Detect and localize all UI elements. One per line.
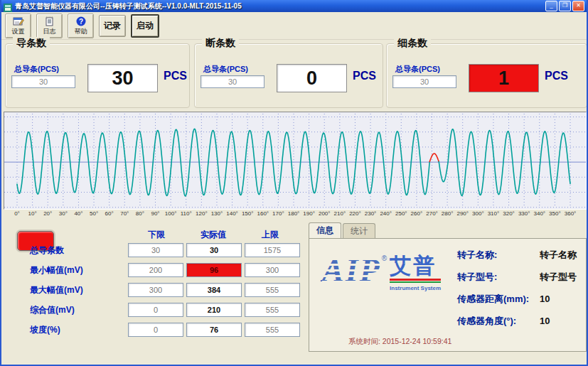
info-panel: 信息 统计 AIP ® 艾普 Instrument System 转子名称: 转… bbox=[309, 224, 587, 353]
aip-logo-chinese: 艾普 bbox=[390, 254, 441, 277]
field-rotor-name: 转子名称: 转子名称 bbox=[457, 249, 577, 262]
upper-limit-field[interactable]: 300 bbox=[245, 263, 300, 277]
table-row: 坡度(%) 0 76 555 bbox=[30, 320, 304, 340]
thin-bars-display: 1 bbox=[469, 64, 539, 92]
lower-limit-field[interactable]: 200 bbox=[128, 263, 183, 277]
table-row: 综合值(mV) 0 210 555 bbox=[30, 300, 304, 320]
upper-limit-field[interactable]: 1575 bbox=[245, 243, 300, 257]
panel-broken-bars: 断条数 总导条(PCS) 30 0 PCS bbox=[194, 43, 383, 108]
record-button[interactable]: 记录 bbox=[99, 15, 126, 37]
x-tick-label: 20° bbox=[43, 210, 52, 217]
titlebar: 青岛艾普智能仪器有限公司--压铸转子测试系统--V1.0.0-MLT-2015-… bbox=[1, 0, 587, 12]
chart-x-axis-labels: 0°10°20°30°40°50°60°70°80°90°100°110°120… bbox=[4, 210, 587, 220]
settings-button[interactable]: 设置 bbox=[5, 14, 31, 38]
app-window: 青岛艾普智能仪器有限公司--压铸转子测试系统--V1.0.0-MLT-2015-… bbox=[0, 0, 588, 366]
tab-statistics[interactable]: 统计 bbox=[343, 223, 375, 238]
rotor-info-fields: 转子名称: 转子名称 转子型号: 转子型号 传感器距离(mm): 10 传感器角… bbox=[457, 249, 577, 337]
limits-table-header: 下限 实际值 上限 bbox=[30, 229, 304, 240]
help-question-icon: ? bbox=[76, 16, 86, 27]
panel-title: 细条数 bbox=[394, 37, 431, 50]
broken-bars-input-label: 总导条(PCS) bbox=[203, 64, 248, 75]
x-tick-label: 140° bbox=[226, 210, 238, 217]
upper-limit-field[interactable]: 555 bbox=[245, 323, 300, 337]
upper-limit-field[interactable]: 555 bbox=[245, 303, 300, 317]
x-tick-label: 90° bbox=[151, 210, 159, 217]
actual-value-field: 30 bbox=[186, 243, 242, 257]
x-tick-label: 180° bbox=[288, 210, 300, 217]
waveform-svg bbox=[4, 112, 586, 209]
system-time: 系统时间: 2015-12-24 10:59:41 bbox=[348, 337, 451, 347]
x-tick-label: 100° bbox=[165, 210, 177, 217]
lower-limit-field[interactable]: 30 bbox=[128, 243, 183, 257]
settings-form-pencil-icon bbox=[13, 16, 24, 27]
logo-red-line bbox=[390, 279, 441, 281]
header-actual-value: 实际值 bbox=[185, 229, 242, 241]
x-tick-label: 350° bbox=[549, 210, 561, 217]
x-tick-label: 260° bbox=[411, 210, 423, 217]
help-button-label: 帮助 bbox=[75, 27, 87, 36]
actual-value-field: 210 bbox=[186, 303, 242, 317]
pcs-unit-label: PCS bbox=[164, 70, 187, 82]
window-title: 青岛艾普智能仪器有限公司--压铸转子测试系统--V1.0.0-MLT-2015-… bbox=[15, 1, 242, 11]
tab-info[interactable]: 信息 bbox=[309, 222, 341, 239]
waveform-chart: 0°10°20°30°40°50°60°70°80°90°100°110°120… bbox=[4, 112, 587, 220]
panel-title: 导条数 bbox=[13, 37, 50, 50]
x-tick-label: 120° bbox=[196, 210, 208, 217]
log-button[interactable]: 日志 bbox=[36, 14, 63, 38]
total-bars-display: 30 bbox=[87, 64, 158, 92]
row-label: 综合值(mV) bbox=[30, 304, 128, 316]
toolbar: 设置 日志 ? 帮助 记录 启动 bbox=[1, 12, 587, 40]
upper-limit-field[interactable]: 555 bbox=[245, 283, 300, 297]
x-tick-label: 110° bbox=[181, 210, 192, 217]
x-tick-label: 250° bbox=[395, 210, 407, 217]
field-sensor-distance: 传感器距离(mm): 10 bbox=[457, 293, 577, 306]
x-tick-label: 290° bbox=[456, 210, 469, 217]
lower-limit-field[interactable]: 0 bbox=[128, 303, 183, 317]
info-tab-content: AIP ® 艾普 Instrument System 转子名称: 转子名称 转子… bbox=[309, 238, 587, 352]
lower-limit-field[interactable]: 0 bbox=[128, 323, 183, 337]
x-tick-label: 210° bbox=[334, 210, 346, 217]
record-button-label: 记录 bbox=[104, 20, 121, 32]
x-tick-label: 360° bbox=[565, 210, 577, 217]
lower-limit-field[interactable]: 300 bbox=[128, 283, 183, 297]
x-tick-label: 60° bbox=[105, 210, 114, 217]
x-tick-label: 170° bbox=[272, 210, 284, 217]
total-bars-input[interactable]: 30 bbox=[11, 75, 75, 88]
help-button[interactable]: ? 帮助 bbox=[68, 14, 94, 38]
registered-mark-icon: ® bbox=[382, 254, 387, 262]
total-bars-input-label: 总导条(PCS) bbox=[14, 64, 59, 75]
x-tick-label: 190° bbox=[303, 210, 315, 217]
limits-table: 下限 实际值 上限 总导条数 30 30 1575 最小幅值(mV) 200 9… bbox=[30, 229, 304, 340]
tabstrip: 信息 统计 bbox=[309, 224, 587, 238]
settings-button-label: 设置 bbox=[12, 27, 25, 36]
minimize-button[interactable]: _ bbox=[545, 1, 557, 11]
x-tick-label: 280° bbox=[442, 210, 454, 217]
table-row: 最大幅值(mV) 300 384 555 bbox=[30, 280, 304, 300]
x-tick-label: 0° bbox=[14, 210, 20, 217]
app-icon bbox=[4, 2, 12, 11]
x-tick-label: 10° bbox=[28, 210, 37, 217]
x-tick-label: 160° bbox=[257, 210, 269, 217]
table-row: 总导条数 30 30 1575 bbox=[30, 240, 304, 260]
aip-logo: AIP ® 艾普 Instrument System bbox=[322, 254, 441, 291]
rotor-name-value: 转子名称 bbox=[540, 249, 577, 262]
x-tick-label: 330° bbox=[518, 210, 530, 217]
svg-text:?: ? bbox=[78, 17, 82, 25]
panel-thin-bars: 细条数 总导条(PCS) 30 1 PCS bbox=[386, 43, 587, 108]
sensor-distance-value: 10 bbox=[540, 294, 550, 304]
broken-bars-input[interactable]: 30 bbox=[201, 75, 264, 88]
rotor-name-label: 转子名称: bbox=[457, 249, 534, 262]
row-label: 坡度(%) bbox=[30, 324, 128, 336]
actual-value-field-alert: 96 bbox=[186, 263, 242, 277]
start-button[interactable]: 启动 bbox=[131, 14, 159, 38]
thin-bars-input[interactable]: 30 bbox=[392, 75, 456, 88]
restore-button[interactable]: ❐ bbox=[559, 1, 571, 11]
broken-bars-display: 0 bbox=[277, 64, 347, 92]
close-button[interactable]: ✕ bbox=[572, 1, 584, 11]
x-tick-label: 340° bbox=[533, 210, 545, 217]
row-label: 最大幅值(mV) bbox=[30, 284, 128, 296]
x-tick-label: 320° bbox=[503, 210, 515, 217]
actual-value-field: 76 bbox=[186, 323, 242, 337]
pcs-unit-label: PCS bbox=[545, 70, 568, 82]
aip-logo-text: AIP bbox=[322, 254, 381, 287]
